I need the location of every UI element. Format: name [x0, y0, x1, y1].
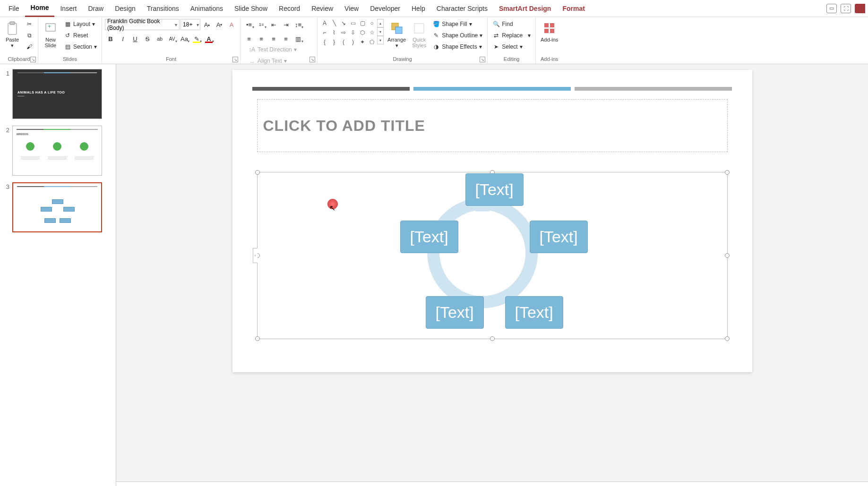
arrange-button[interactable]: Arrange▾ [386, 19, 408, 49]
shape-rect[interactable]: ▭ [349, 19, 357, 27]
shape-rbracket[interactable]: ) [349, 38, 357, 46]
tab-home[interactable]: Home [25, 0, 55, 17]
present-icon[interactable]: ⛶ [841, 4, 851, 13]
shape-outline-button[interactable]: ✎Shape Outline ▾ [430, 30, 484, 41]
section-button[interactable]: ▤Section ▾ [62, 42, 99, 52]
bullets-button[interactable]: •≡ [243, 19, 255, 30]
slide-thumb-3[interactable] [12, 182, 102, 232]
find-button[interactable]: 🔍Find [490, 19, 533, 29]
handle-mr[interactable] [725, 253, 730, 258]
notes-pane-edge[interactable] [116, 481, 868, 486]
shapes-gallery[interactable]: A╲↘▭▢○ ⌐⌇⇨⇩⬡☆ {}()✦⬠ [320, 19, 376, 46]
font-color-button[interactable]: A [203, 33, 215, 44]
columns-button[interactable]: ▥ [292, 33, 304, 44]
paragraph-dialog-launcher[interactable]: ↘ [309, 57, 315, 62]
copy-button[interactable]: ⧉ [24, 30, 35, 41]
char-spacing-button[interactable]: AV [166, 33, 178, 44]
font-dialog-launcher[interactable]: ↘ [232, 57, 238, 62]
shape-hexagon[interactable]: ⬡ [358, 28, 367, 37]
addins-button[interactable]: Add-ins [539, 19, 560, 43]
smartart-block-4[interactable]: [Text] [426, 296, 484, 329]
new-slide-button[interactable]: + New Slide [41, 19, 60, 49]
slide-thumb-1[interactable]: ANIMALS HAS A LIFE TOO ━━━━━━━ [12, 69, 102, 119]
tab-file[interactable]: File [3, 0, 25, 17]
drawing-dialog-launcher[interactable]: ↘ [480, 57, 485, 62]
tab-developer[interactable]: Developer [364, 0, 406, 17]
smartart-text-pane-toggle[interactable]: ‹ [253, 248, 258, 263]
shape-callout[interactable]: ⬠ [368, 38, 376, 46]
tab-view[interactable]: View [339, 0, 364, 17]
strikethrough-button[interactable]: S [142, 33, 153, 44]
tab-smartart-design[interactable]: SmartArt Design [493, 0, 557, 17]
increase-indent-button[interactable]: ⇥ [280, 19, 292, 30]
smartart-block-3[interactable]: [Text] [530, 221, 588, 253]
paste-button[interactable]: Paste▾ [3, 19, 22, 49]
gallery-down[interactable]: ▾ [377, 27, 384, 36]
cut-button[interactable]: ✂ [24, 19, 35, 29]
tab-review[interactable]: Review [306, 0, 339, 17]
decrease-font-button[interactable]: A▾ [214, 19, 225, 30]
handle-tr[interactable] [725, 170, 730, 175]
font-name-select[interactable]: Franklin Gothic Book (Body) [105, 19, 180, 30]
shape-roundrect[interactable]: ▢ [358, 19, 367, 27]
underline-button[interactable]: U [129, 33, 141, 44]
decrease-indent-button[interactable]: ⇤ [268, 19, 279, 30]
tab-format[interactable]: Format [557, 0, 590, 17]
tab-insert[interactable]: Insert [54, 0, 82, 17]
italic-button[interactable]: I [117, 33, 129, 44]
bold-button[interactable]: B [105, 33, 116, 44]
handle-bm[interactable] [490, 336, 495, 341]
tab-record[interactable]: Record [273, 0, 306, 17]
shape-textbox[interactable]: A [320, 19, 329, 27]
shape-lbrace[interactable]: { [320, 38, 329, 46]
handle-bl[interactable] [255, 336, 260, 341]
shape-connector[interactable]: ⌐ [320, 28, 329, 37]
clipboard-dialog-launcher[interactable]: ↘ [30, 57, 36, 62]
clear-formatting-button[interactable]: A [226, 19, 237, 30]
tab-transitions[interactable]: Transitions [141, 0, 185, 17]
numbering-button[interactable]: 1≡ [256, 19, 267, 30]
quick-styles-button[interactable]: Quick Styles [410, 19, 429, 49]
tab-design[interactable]: Design [109, 0, 141, 17]
shape-fill-button[interactable]: 🪣Shape Fill ▾ [430, 19, 484, 29]
smartart-block-5[interactable]: [Text] [505, 296, 563, 329]
line-spacing-button[interactable]: ↕≡ [292, 19, 304, 30]
justify-button[interactable]: ≡ [280, 33, 292, 44]
share-button[interactable] [855, 4, 865, 13]
reset-button[interactable]: ↺Reset [62, 30, 99, 41]
shape-star4[interactable]: ✦ [358, 38, 367, 46]
gallery-up[interactable]: ▴ [377, 19, 384, 27]
align-right-button[interactable]: ≡ [268, 33, 279, 44]
smartart-block-1[interactable]: [Text] [465, 173, 524, 206]
gallery-more[interactable]: ▾ [377, 36, 384, 44]
slide-thumb-2[interactable]: BREEDS [12, 126, 102, 176]
tab-animations[interactable]: Animations [185, 0, 229, 17]
highlight-button[interactable]: ✎ [191, 33, 202, 44]
smartart-content-frame[interactable]: ‹ [Text] [Text] [Text] [Text] [Text] ↖ [257, 172, 728, 339]
smartart-block-2[interactable]: [Text] [400, 221, 458, 253]
shape-line[interactable]: ╲ [330, 19, 338, 27]
shape-star[interactable]: ☆ [368, 28, 376, 37]
tab-help[interactable]: Help [406, 0, 431, 17]
handle-br[interactable] [725, 336, 730, 341]
font-size-select[interactable]: 18+ [180, 19, 200, 30]
title-placeholder[interactable]: CLICK TO ADD TITLE [257, 99, 728, 152]
slide-canvas-area[interactable]: CLICK TO ADD TITLE ‹ [Text] [Text] [Text… [116, 64, 868, 486]
shape-downarrow[interactable]: ⇩ [349, 28, 357, 37]
tab-character-scripts[interactable]: Character Scripts [431, 0, 493, 17]
change-case-button[interactable]: Aa [179, 33, 190, 44]
tab-draw[interactable]: Draw [82, 0, 109, 17]
shadow-button[interactable]: ab [154, 33, 165, 44]
align-center-button[interactable]: ≡ [256, 33, 267, 44]
increase-font-button[interactable]: A▴ [201, 19, 213, 30]
shape-oval[interactable]: ○ [368, 19, 376, 27]
layout-button[interactable]: ▦Layout ▾ [62, 19, 99, 29]
shape-arrow-line[interactable]: ↘ [339, 19, 348, 27]
replace-button[interactable]: ⇄Replace ▾ [490, 30, 533, 41]
select-button[interactable]: ➤Select ▾ [490, 42, 533, 52]
format-painter-button[interactable]: 🖌 [24, 42, 35, 52]
shape-rightarrow[interactable]: ⇨ [339, 28, 348, 37]
handle-tl[interactable] [255, 170, 260, 175]
shape-rbrace[interactable]: } [330, 38, 338, 46]
slide[interactable]: CLICK TO ADD TITLE ‹ [Text] [Text] [Text… [232, 70, 752, 372]
